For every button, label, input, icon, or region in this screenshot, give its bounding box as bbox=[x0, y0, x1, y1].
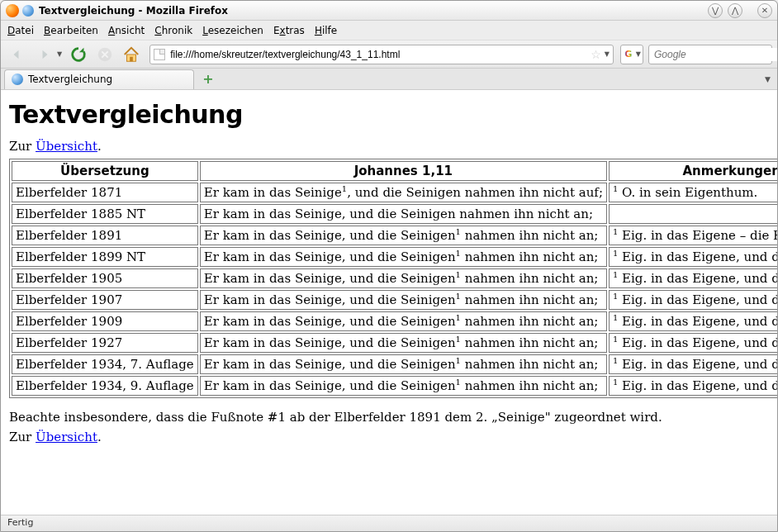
table-row: Elberfelder 1871Er kam in das Seinige1, … bbox=[12, 183, 777, 202]
table-row: Elberfelder 1891Er kam in das Seinige, u… bbox=[12, 226, 777, 245]
table-row: Elberfelder 1927Er kam in das Seinige, u… bbox=[12, 333, 777, 353]
footnote-marker: 1 bbox=[456, 227, 461, 236]
tab-label: Textvergleichung bbox=[28, 74, 112, 85]
table-row: Elberfelder 1934, 9. AuflageEr kam in da… bbox=[12, 376, 777, 396]
top-nav-line: Zur Übersicht. bbox=[9, 139, 769, 154]
statusbar: Fertig bbox=[1, 515, 777, 531]
tab-favicon-icon bbox=[12, 74, 23, 85]
cell-translation: Elberfelder 1905 bbox=[12, 268, 198, 288]
col-header-translation: Übersetzung bbox=[12, 161, 198, 181]
url-bar[interactable]: ☆ ▼ bbox=[149, 45, 614, 64]
search-input[interactable] bbox=[652, 48, 778, 61]
reload-button[interactable] bbox=[67, 43, 90, 66]
cell-note: 1 Eig. in das Eigene, und die Eigenen. bbox=[609, 376, 777, 396]
table-row: Elberfelder 1885 NTEr kam in das Seinige… bbox=[12, 204, 777, 224]
overview-link-top[interactable]: Übersicht bbox=[36, 139, 97, 154]
table-row: Elberfelder 1905Er kam in das Seinige, u… bbox=[12, 268, 777, 288]
table-row: Elberfelder 1899 NTEr kam in das Seinige… bbox=[12, 247, 777, 267]
footnote-marker: 1 bbox=[456, 378, 461, 387]
footnote-note: Beachte insbesondere, dass die Fußnote #… bbox=[9, 410, 769, 425]
close-button[interactable]: ✕ bbox=[757, 3, 772, 18]
footnote-marker: 1 bbox=[613, 184, 618, 193]
footnote-marker: 1 bbox=[613, 227, 618, 236]
status-text: Fertig bbox=[7, 517, 33, 528]
footnote-marker: 1 bbox=[613, 356, 618, 365]
table-row: Elberfelder 1907Er kam in das Seinige, u… bbox=[12, 290, 777, 310]
overview-link-bottom[interactable]: Übersicht bbox=[36, 430, 97, 444]
footnote-marker: 1 bbox=[456, 270, 461, 279]
table-header-row: Übersetzung Johannes 1,11 Anmerkungen bbox=[12, 161, 777, 181]
cell-verse: Er kam in das Seinige, und die Seinigen … bbox=[200, 204, 607, 224]
bookmark-star-icon[interactable]: ☆ bbox=[591, 48, 601, 61]
bottom-suffix: . bbox=[97, 430, 102, 444]
tab-active[interactable]: Textvergleichung bbox=[4, 69, 194, 89]
cell-note: 1 Eig. in das Eigene, und die Eigenen. bbox=[609, 354, 777, 374]
cell-verse: Er kam in das Seinige, und die Seinigen1… bbox=[200, 226, 607, 245]
col-header-verse: Johannes 1,11 bbox=[200, 161, 607, 181]
minimize-button[interactable]: ⋁ bbox=[708, 3, 723, 18]
cell-translation: Elberfelder 1934, 7. Auflage bbox=[12, 354, 198, 374]
cell-verse: Er kam in das Seinige1, und die Seinigen… bbox=[200, 183, 607, 202]
stop-button[interactable] bbox=[93, 43, 116, 66]
forward-button[interactable] bbox=[32, 43, 55, 66]
footnote-marker: 1 bbox=[456, 356, 461, 365]
footnote-marker: 1 bbox=[456, 249, 461, 258]
new-tab-button[interactable]: + bbox=[199, 71, 217, 88]
menu-view[interactable]: Ansicht bbox=[108, 25, 145, 36]
home-button[interactable] bbox=[120, 43, 143, 66]
menu-bookmarks[interactable]: Lesezeichen bbox=[202, 25, 263, 36]
footnote-marker: 1 bbox=[613, 313, 618, 322]
footnote-marker: 1 bbox=[456, 335, 461, 344]
menu-file[interactable]: Datei bbox=[7, 25, 34, 36]
window-title: Textvergleichung - Mozilla Firefox bbox=[39, 5, 228, 17]
maximize-button[interactable]: ⋀ bbox=[728, 3, 742, 18]
search-engine-selector[interactable]: G ▼ bbox=[620, 45, 643, 64]
search-box[interactable]: 🔍 bbox=[648, 45, 772, 64]
footnote-marker: 1 bbox=[613, 292, 618, 301]
menu-help[interactable]: Hilfe bbox=[315, 25, 337, 36]
cell-translation: Elberfelder 1927 bbox=[12, 333, 198, 353]
tab-list-dropdown-icon[interactable]: ▼ bbox=[765, 75, 771, 83]
menubar: Datei Bearbeiten Ansicht Chronik Lesezei… bbox=[1, 21, 777, 40]
footnote-marker: 1 bbox=[613, 249, 618, 258]
google-icon: G bbox=[623, 49, 634, 60]
bottom-prefix: Zur bbox=[9, 430, 36, 444]
footnote-marker: 1 bbox=[456, 292, 461, 301]
menu-history[interactable]: Chronik bbox=[154, 25, 192, 36]
cell-note: 1 O. in sein Eigenthum. bbox=[609, 183, 777, 202]
cell-verse: Er kam in das Seinige, und die Seinigen1… bbox=[200, 268, 607, 288]
toolbar: ▼ ☆ ▼ G ▼ 🔍 bbox=[1, 40, 777, 69]
cell-translation: Elberfelder 1871 bbox=[12, 183, 198, 202]
cell-note: 1 Eig. in das Eigene, und die Eigenen. bbox=[609, 333, 777, 353]
cell-verse: Er kam in das Seinige, und die Seinigen1… bbox=[200, 354, 607, 374]
top-prefix: Zur bbox=[9, 139, 36, 154]
svg-rect-2 bbox=[130, 56, 133, 61]
cell-verse: Er kam in das Seinige, und die Seinigen1… bbox=[200, 247, 607, 267]
history-dropdown-icon[interactable]: ▼ bbox=[57, 50, 62, 58]
page-content: Textvergleichung Zur Übersicht. Übersetz… bbox=[1, 90, 777, 515]
search-engine-dropdown-icon: ▼ bbox=[636, 50, 641, 58]
cell-translation: Elberfelder 1885 NT bbox=[12, 204, 198, 224]
cell-verse: Er kam in das Seinige, und die Seinigen1… bbox=[200, 333, 607, 353]
cell-translation: Elberfelder 1899 NT bbox=[12, 247, 198, 267]
cell-note: 1 Eig. in das Eigene, und die Eigenen. bbox=[609, 290, 777, 310]
footnote-marker: 1 bbox=[613, 378, 618, 387]
cell-translation: Elberfelder 1934, 9. Auflage bbox=[12, 376, 198, 396]
cell-translation: Elberfelder 1909 bbox=[12, 311, 198, 331]
url-input[interactable] bbox=[168, 48, 589, 61]
cell-note: 1 Eig. in das Eigene, und die Eigenen. bbox=[609, 247, 777, 267]
menu-tools[interactable]: Extras bbox=[273, 25, 305, 36]
url-dropdown-icon[interactable]: ▼ bbox=[605, 50, 610, 58]
footnote-marker: 1 bbox=[456, 313, 461, 322]
titlebar: Textvergleichung - Mozilla Firefox ⋁ ⋀ ✕ bbox=[1, 1, 777, 21]
bottom-nav-line: Zur Übersicht. bbox=[9, 430, 769, 444]
browser-window: Textvergleichung - Mozilla Firefox ⋁ ⋀ ✕… bbox=[0, 0, 778, 532]
cell-note: 1 Eig. in das Eigene, und die Eigenen. bbox=[609, 268, 777, 288]
table-row: Elberfelder 1934, 7. AuflageEr kam in da… bbox=[12, 354, 777, 374]
footnote-marker: 1 bbox=[613, 270, 618, 279]
top-suffix: . bbox=[97, 139, 102, 154]
menu-edit[interactable]: Bearbeiten bbox=[44, 25, 98, 36]
footnote-marker: 1 bbox=[613, 335, 618, 344]
page-icon bbox=[154, 49, 165, 60]
back-button[interactable] bbox=[6, 43, 29, 66]
